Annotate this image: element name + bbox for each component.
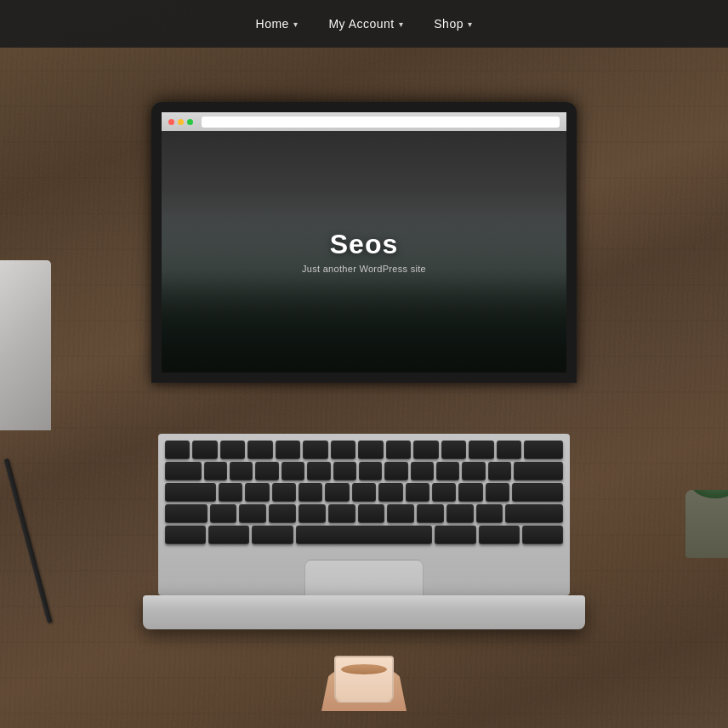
key xyxy=(192,441,217,459)
key xyxy=(486,483,509,502)
nav-my-account-chevron: ▾ xyxy=(399,20,404,29)
key xyxy=(208,526,249,544)
key xyxy=(272,483,296,502)
key xyxy=(413,441,438,459)
key xyxy=(230,462,253,481)
key xyxy=(432,483,456,502)
key xyxy=(505,504,563,523)
key xyxy=(165,441,190,459)
navbar: Home ▾ My Account ▾ Shop ▾ xyxy=(0,0,728,48)
key xyxy=(479,526,520,544)
key xyxy=(458,483,482,502)
key xyxy=(359,462,382,481)
keyboard-row-3 xyxy=(165,483,563,502)
key xyxy=(384,462,407,481)
key xyxy=(406,483,429,502)
key xyxy=(417,504,444,523)
screen-display: Seos Just another WordPress site xyxy=(162,112,566,373)
key xyxy=(276,441,300,459)
key xyxy=(219,483,242,502)
key xyxy=(514,462,563,481)
key xyxy=(436,462,459,481)
key xyxy=(247,441,272,459)
minimize-button-dot xyxy=(178,119,184,125)
close-button-dot xyxy=(168,119,174,125)
key xyxy=(325,483,349,502)
site-title: Seos xyxy=(330,229,398,260)
key xyxy=(488,462,511,481)
key xyxy=(165,526,206,544)
key xyxy=(220,441,245,459)
key xyxy=(522,526,563,544)
key xyxy=(245,483,269,502)
key xyxy=(441,441,466,459)
key xyxy=(358,441,383,459)
keyboard-row-1 xyxy=(165,441,563,459)
key xyxy=(476,504,503,523)
laptop-base xyxy=(143,595,585,629)
key xyxy=(512,483,563,502)
key xyxy=(282,462,304,481)
key xyxy=(255,462,278,481)
laptop-screen: Seos Just another WordPress site xyxy=(151,102,577,383)
key xyxy=(210,504,237,523)
nav-home-chevron: ▾ xyxy=(293,20,299,29)
hero-section: Seos Just another WordPress site xyxy=(0,0,728,728)
key xyxy=(411,462,434,481)
screen-trees xyxy=(162,269,566,373)
key xyxy=(165,483,216,502)
key xyxy=(446,504,474,523)
key xyxy=(165,504,208,523)
browser-chrome xyxy=(162,112,566,131)
nav-my-account-label: My Account xyxy=(328,17,394,31)
keyboard-row-4 xyxy=(165,504,563,523)
site-tagline: Just another WordPress site xyxy=(302,264,426,274)
laptop: Seos Just another WordPress site xyxy=(143,102,585,680)
key xyxy=(307,462,330,481)
key xyxy=(331,441,355,459)
desk-plant xyxy=(685,490,728,558)
keyboard-row-5 xyxy=(165,526,563,544)
desk-spiral-object xyxy=(0,260,51,430)
key xyxy=(303,441,327,459)
key xyxy=(165,462,202,481)
nav-shop-chevron: ▾ xyxy=(468,20,473,29)
spacebar-key xyxy=(296,526,433,544)
key xyxy=(378,483,402,502)
key xyxy=(328,504,355,523)
key xyxy=(269,504,296,523)
browser-url-bar xyxy=(202,117,560,128)
key xyxy=(252,526,293,544)
cup-body xyxy=(334,656,394,702)
maximize-button-dot xyxy=(187,119,193,125)
key xyxy=(204,462,227,481)
key xyxy=(239,504,266,523)
nav-shop-label: Shop xyxy=(434,17,464,31)
nav-item-shop[interactable]: Shop ▾ xyxy=(434,17,472,31)
key xyxy=(352,483,376,502)
key xyxy=(333,462,356,481)
nav-item-home[interactable]: Home ▾ xyxy=(256,17,299,31)
key xyxy=(524,441,563,459)
keyboard-row-2 xyxy=(165,462,563,481)
key xyxy=(497,441,521,459)
nav-home-label: Home xyxy=(256,17,289,31)
key xyxy=(435,526,475,544)
key xyxy=(299,504,326,523)
cup-liquid xyxy=(341,664,387,674)
key xyxy=(386,441,411,459)
nav-items: Home ▾ My Account ▾ Shop ▾ xyxy=(256,17,473,31)
key xyxy=(358,504,385,523)
key xyxy=(469,441,493,459)
coffee-cup xyxy=(326,643,402,702)
key xyxy=(299,483,322,502)
key xyxy=(387,504,414,523)
key xyxy=(462,462,485,481)
nav-item-my-account[interactable]: My Account ▾ xyxy=(328,17,403,31)
